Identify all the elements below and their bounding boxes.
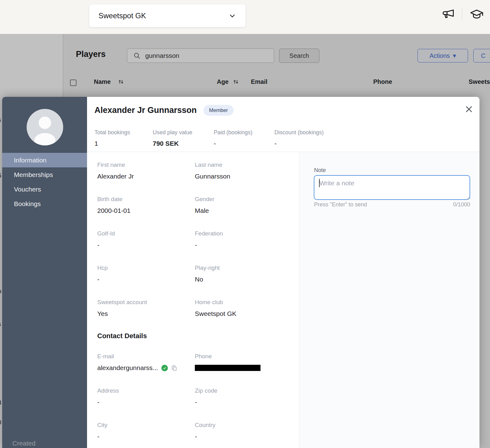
field-label: Play-right [195,265,220,271]
field-federation: Federation - [195,230,223,249]
field-sweetspot-account: Sweetspot account Yes [97,299,147,317]
note-panel: Note Press "Enter" to send 0/1000 [299,152,479,448]
verified-check-icon [161,365,168,371]
field-label: Birth date [97,196,130,203]
nav-item-vouchers[interactable]: Vouchers [2,182,87,196]
sidebar-footer-fragment: Created [12,440,36,447]
field-zip-code: Zip code - [195,387,217,406]
field-value: - [97,241,115,249]
field-gender: Gender Male [195,196,214,214]
field-address: Address - [97,387,119,406]
field-birth-date: Birth date 2000-01-01 [97,196,130,214]
player-details-drawer: Information Memberships Vouchers Booking… [2,97,479,448]
field-value: No [195,276,220,283]
stat-total-bookings: Total bookings 1 [94,129,130,147]
field-value: - [195,433,216,440]
note-hint: Press "Enter" to send [314,201,367,208]
field-email: E-mail alexandergunnarss... [97,353,177,372]
stat-label: Discount (bookings) [274,129,324,136]
contact-details-heading: Contact Details [97,332,147,340]
note-char-counter: 0/1000 [453,201,470,208]
field-label: Sweetspot account [97,299,147,306]
stat-paid-bookings: Paid (bookings) - [214,129,252,147]
field-label: Address [97,387,119,394]
field-value: Sweetspot GK [195,310,236,317]
club-selector-dropdown[interactable]: Sweetspot GK [89,4,246,27]
field-last-name: Last name Gunnarsson [195,162,230,180]
academy-button[interactable] [469,7,484,22]
stat-value: - [214,140,252,147]
field-value: 2000-01-01 [97,207,130,214]
stat-label: Paid (bookings) [214,129,252,136]
field-city: City - [97,422,107,440]
graduation-cap-icon [469,7,484,22]
field-value: Alexander Jr [97,173,134,180]
field-label: Gender [195,196,214,203]
avatar [27,109,63,145]
announcements-button[interactable] [441,8,455,21]
nav-item-memberships[interactable]: Memberships [2,167,87,182]
nav-item-information[interactable]: Information [2,153,87,167]
topbar: Sweetspot GK [0,0,490,34]
megaphone-icon [441,8,455,21]
stat-value: - [274,140,324,147]
field-label: City [97,422,107,429]
field-label: Hcp [97,265,108,271]
phone-redacted-value [195,365,260,371]
member-badge: Member [203,105,234,116]
field-value: - [195,241,223,249]
field-label: E-mail [97,353,177,360]
stat-discount-bookings: Discount (bookings) - [274,129,324,147]
drawer-nav: Information Memberships Vouchers Booking… [2,153,87,211]
stat-value: 790 SEK [153,140,192,147]
field-label: Golf-Id [97,230,115,237]
divider [462,8,462,21]
stat-value: 1 [94,140,130,147]
field-value: - [97,276,108,283]
person-icon [27,109,63,145]
field-first-name: First name Alexander Jr [97,162,134,180]
field-country: Country - [195,422,216,440]
field-value: Male [195,207,214,214]
field-value: Yes [97,310,147,317]
field-label: Zip code [195,387,217,394]
club-selector-value: Sweetspot GK [98,11,228,20]
chevron-down-icon [228,12,236,20]
field-value: - [97,398,119,406]
drawer-sidebar: Information Memberships Vouchers Booking… [2,97,87,448]
field-play-right: Play-right No [195,265,220,283]
field-value: - [97,433,107,440]
field-label: Federation [195,230,223,237]
stat-used-play-value: Used play value 790 SEK [153,129,192,147]
field-value: Gunnarsson [195,173,230,180]
note-label: Note [314,167,326,174]
field-label: Phone [195,353,260,360]
field-value: - [195,398,217,406]
email-value: alexandergunnarss... [97,364,158,372]
player-name: Alexander Jr Gunnarsson [94,106,197,115]
drawer-main: Alexander Jr Gunnarsson Member Total boo… [87,97,479,448]
field-phone: Phone [195,353,260,371]
stat-label: Total bookings [94,129,130,136]
field-label: Country [195,422,216,429]
field-home-club: Home club Sweetspot GK [195,299,236,317]
field-label: Last name [195,162,230,168]
nav-item-bookings[interactable]: Bookings [2,196,87,211]
copy-icon[interactable] [171,365,177,371]
field-label: Home club [195,299,236,306]
close-icon [465,105,473,114]
field-hcp: Hcp - [97,265,108,283]
field-label: First name [97,162,134,168]
field-golf-id: Golf-Id - [97,230,115,249]
note-input[interactable] [314,175,470,200]
close-button[interactable] [464,104,474,114]
stat-label: Used play value [153,129,192,136]
